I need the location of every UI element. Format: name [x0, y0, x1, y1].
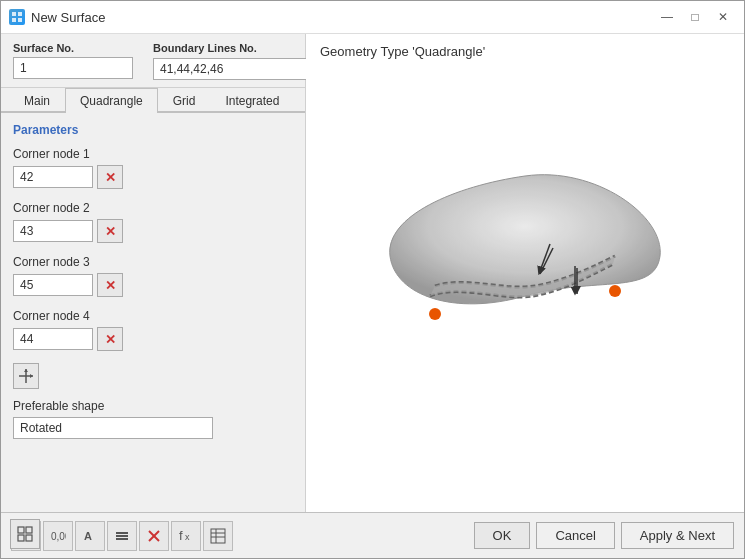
text-icon-button[interactable]: A — [75, 521, 105, 551]
title-controls: — □ ✕ — [654, 7, 736, 27]
params-section: Parameters Corner node 1 ✕ Corner node 2 — [1, 113, 305, 512]
corner-node-3-label: Corner node 3 — [13, 255, 293, 269]
surface-label: Surface No. — [13, 42, 153, 54]
corner-node-4-pick[interactable]: ✕ — [97, 327, 123, 351]
geometry-type-label: Geometry Type 'Quadrangle' — [306, 34, 744, 69]
svg-marker-9 — [24, 369, 28, 372]
cancel-button[interactable]: Cancel — [536, 522, 614, 549]
close-button[interactable]: ✕ — [710, 7, 736, 27]
surface-field: Surface No. — [13, 42, 153, 81]
corner-node-4: Corner node 4 ✕ — [13, 309, 293, 351]
table-icon-button[interactable] — [203, 521, 233, 551]
bottom-actions: OK Cancel Apply & Next — [474, 522, 734, 549]
right-panel: Geometry Type 'Quadrangle' — [306, 34, 744, 512]
svg-marker-17 — [573, 286, 581, 294]
svg-text:0,00: 0,00 — [51, 531, 66, 542]
svg-text:f: f — [179, 528, 183, 543]
pick-icon-2: ✕ — [105, 224, 116, 239]
tabs: Main Quadrangle Grid Integrated — [1, 88, 305, 113]
bottom-bar: 0,00 A fx OK Cancel Apply & Next — [1, 512, 744, 558]
coordinates-icon-button[interactable]: 0,00 — [43, 521, 73, 551]
geometry-canvas — [306, 69, 744, 502]
corner-node-2-label: Corner node 2 — [13, 201, 293, 215]
window-icon — [9, 9, 25, 25]
pick-icon-1: ✕ — [105, 170, 116, 185]
tab-quadrangle[interactable]: Quadrangle — [65, 88, 158, 113]
svg-text:x: x — [185, 532, 190, 542]
view1-icon-button[interactable] — [107, 521, 137, 551]
tab-integrated[interactable]: Integrated — [210, 88, 294, 113]
corner-node-3-input[interactable] — [13, 274, 93, 296]
tab-main[interactable]: Main — [9, 88, 65, 113]
corner-node-1-input[interactable] — [13, 166, 93, 188]
corner-node-2-pick[interactable]: ✕ — [97, 219, 123, 243]
corner-node-4-label: Corner node 4 — [13, 309, 293, 323]
svg-marker-8 — [30, 374, 33, 378]
shape-svg — [375, 166, 675, 406]
bottom-icons: 0,00 A fx — [11, 521, 233, 551]
svg-rect-28 — [116, 538, 128, 540]
corner-node-2: Corner node 2 ✕ — [13, 201, 293, 243]
maximize-button[interactable]: □ — [682, 7, 708, 27]
corner-node-3: Corner node 3 ✕ — [13, 255, 293, 297]
params-label: Parameters — [13, 123, 293, 137]
preferable-shape: Preferable shape — [13, 399, 293, 439]
corner-node-2-input[interactable] — [13, 220, 93, 242]
boundary-input[interactable] — [153, 58, 317, 80]
svg-rect-2 — [12, 18, 16, 22]
axes-button[interactable] — [13, 363, 39, 389]
svg-text:A: A — [84, 530, 92, 542]
preferable-input[interactable] — [13, 417, 213, 439]
pick-icon-3: ✕ — [105, 278, 116, 293]
corner-node-1: Corner node 1 ✕ — [13, 147, 293, 189]
corner-node-3-pick[interactable]: ✕ — [97, 273, 123, 297]
window-title: New Surface — [31, 10, 105, 25]
tab-grid[interactable]: Grid — [158, 88, 211, 113]
title-bar: New Surface — □ ✕ — [1, 1, 744, 34]
apply-next-button[interactable]: Apply & Next — [621, 522, 734, 549]
title-bar-left: New Surface — [9, 9, 105, 25]
surface-input[interactable] — [13, 57, 133, 79]
svg-rect-3 — [18, 18, 22, 22]
svg-point-10 — [429, 308, 441, 320]
svg-rect-0 — [12, 12, 16, 16]
ok-button[interactable]: OK — [474, 522, 531, 549]
main-window: New Surface — □ ✕ Surface No. Boundary L… — [0, 0, 745, 559]
corner-node-4-input[interactable] — [13, 328, 93, 350]
svg-rect-33 — [211, 529, 225, 543]
formula-icon-button[interactable]: fx — [171, 521, 201, 551]
left-panel: Surface No. Boundary Lines No. — [1, 34, 306, 512]
delete-icon-button[interactable] — [139, 521, 169, 551]
corner-node-1-label: Corner node 1 — [13, 147, 293, 161]
corner-node-1-pick[interactable]: ✕ — [97, 165, 123, 189]
svg-rect-26 — [116, 532, 128, 534]
svg-point-11 — [609, 285, 621, 297]
pick-icon-4: ✕ — [105, 332, 116, 347]
minimize-button[interactable]: — — [654, 7, 680, 27]
svg-rect-1 — [18, 12, 22, 16]
preferable-label: Preferable shape — [13, 399, 293, 413]
svg-rect-27 — [116, 535, 128, 537]
